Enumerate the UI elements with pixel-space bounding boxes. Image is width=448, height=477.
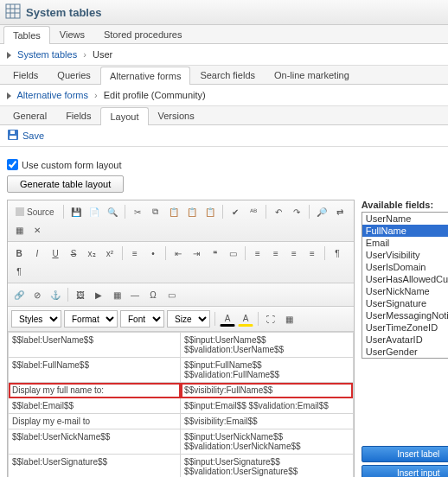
tab-tables[interactable]: Tables (3, 26, 50, 44)
paste-icon[interactable]: 📋 (166, 204, 182, 219)
superscript-icon[interactable]: x² (102, 245, 118, 261)
tab-general[interactable]: General (3, 106, 56, 124)
table-row[interactable]: $$label:Email$$$$input:Email$$ $$validat… (9, 398, 354, 414)
available-field-item[interactable]: UserHasAllowedCultures (362, 273, 448, 285)
tab-layout[interactable]: Layout (100, 107, 148, 125)
strike-icon[interactable]: S (66, 245, 81, 261)
save-button[interactable]: Save (22, 130, 44, 141)
textcolor-icon[interactable]: A (220, 311, 235, 327)
tab-views[interactable]: Views (50, 25, 94, 43)
paste-text-icon[interactable]: 📋 (184, 204, 200, 219)
available-field-item[interactable]: UserIsDomain (362, 261, 448, 273)
save-icon[interactable] (7, 129, 19, 143)
use-custom-layout-checkbox[interactable] (7, 159, 18, 170)
table-cell[interactable]: $$input:UserNickName$$ $$validation:User… (181, 429, 354, 455)
tab-search-fields[interactable]: Search fields (190, 66, 265, 84)
table-cell[interactable]: $$visibility:FullName$$ (181, 383, 354, 398)
table-cell[interactable]: $$input:UserName$$ $$validation:UserName… (181, 333, 354, 358)
cut-icon[interactable]: ✂ (130, 204, 145, 219)
tab-fields[interactable]: Fields (56, 106, 100, 124)
specialchar-icon[interactable]: Ω (145, 287, 161, 302)
bold-icon[interactable]: B (11, 245, 27, 261)
table-row[interactable]: $$label:UserSignature$$$$input:UserSigna… (9, 455, 354, 478)
available-field-item[interactable]: FullName (362, 225, 448, 237)
insert-button-insert-label[interactable]: Insert label (362, 446, 448, 462)
tab-stored-procedures[interactable]: Stored procedures (94, 25, 192, 43)
tab-alternative-forms[interactable]: Alternative forms (100, 67, 191, 85)
image-icon[interactable]: 🖼 (73, 287, 88, 302)
table-cell[interactable]: $$input:UserSignature$$ $$validation:Use… (181, 455, 354, 478)
italic-icon[interactable]: I (29, 245, 45, 261)
size-select[interactable]: Size (167, 310, 210, 328)
preview-icon[interactable]: 🔍 (105, 204, 120, 219)
undo-icon[interactable]: ↶ (271, 204, 286, 219)
table-cell[interactable]: $$label:UserName$$ (9, 333, 181, 358)
indent-icon[interactable]: ⇥ (189, 245, 204, 261)
hr-icon[interactable]: — (127, 287, 143, 302)
available-field-item[interactable]: UserVisibility (362, 249, 448, 261)
bidi-rtl-icon[interactable]: ¶ (11, 264, 27, 279)
numlist-icon[interactable]: ≡ (127, 245, 143, 261)
available-field-item[interactable]: UserName (362, 213, 448, 225)
removeformat-icon[interactable]: ✕ (29, 222, 45, 238)
format-select[interactable]: Format (64, 310, 118, 328)
styles-select[interactable]: Styles (11, 310, 61, 328)
link-icon[interactable]: 🔗 (11, 287, 27, 302)
save-icon[interactable]: 💾 (68, 204, 84, 219)
table-cell[interactable]: $$label:FullName$$ (9, 358, 181, 383)
table-cell[interactable]: $$visibility:Email$$ (181, 414, 354, 429)
page-icon[interactable]: 📄 (86, 204, 102, 219)
table-cell[interactable]: Display my e-mail to (9, 414, 181, 429)
table-row[interactable]: $$label:FullName$$$$input:FullName$$ $$v… (9, 358, 354, 383)
table-cell[interactable]: $$label:UserNickName$$ (9, 429, 181, 455)
table-row[interactable]: $$label:UserName$$$$input:UserName$$ $$v… (9, 333, 354, 358)
blockquote-icon[interactable]: ❝ (207, 245, 222, 261)
table-cell[interactable]: $$input:FullName$$ $$validation:FullName… (181, 358, 354, 383)
table-cell[interactable]: $$label:UserSignature$$ (9, 455, 181, 478)
table-cell[interactable]: $$label:Email$$ (9, 398, 181, 414)
available-field-item[interactable]: UserAvatarID (362, 334, 448, 346)
available-fields-list[interactable]: UserNameFullNameEmailUserVisibilityUserI… (362, 212, 448, 359)
find-icon[interactable]: 🔎 (314, 204, 330, 219)
outdent-icon[interactable]: ⇤ (170, 245, 186, 261)
table-row[interactable]: Display my e-mail to$$visibility:Email$$ (9, 414, 354, 429)
tab-versions[interactable]: Versions (149, 106, 204, 124)
table-row[interactable]: $$label:UserNickName$$$$input:UserNickNa… (9, 429, 354, 455)
spellcheck-icon[interactable]: ✔ (227, 204, 243, 219)
available-field-item[interactable]: Email (362, 237, 448, 249)
copy-icon[interactable]: ⧉ (148, 204, 163, 219)
generate-layout-button[interactable]: Generate table layout (7, 175, 124, 193)
redo-icon[interactable]: ↷ (289, 204, 304, 219)
bgcolor-icon[interactable]: A (238, 311, 253, 327)
table-cell[interactable]: Display my full name to: (9, 383, 181, 398)
tab-on-line-marketing[interactable]: On-line marketing (265, 66, 359, 84)
media-icon[interactable]: ▶ (91, 287, 106, 302)
insert-button-insert-input[interactable]: Insert input (362, 465, 448, 477)
available-field-item[interactable]: UserNickName (362, 285, 448, 297)
unlink-icon[interactable]: ⊘ (29, 287, 45, 302)
showblocks-icon[interactable]: ▦ (281, 311, 297, 327)
iframe-icon[interactable]: ▭ (163, 287, 179, 302)
available-field-item[interactable]: UserDateOfBirth (362, 358, 448, 359)
bulletlist-icon[interactable]: • (145, 245, 161, 261)
breadcrumb-link[interactable]: Alternative forms (16, 90, 88, 100)
breadcrumb-link[interactable]: System tables (17, 49, 77, 60)
div-icon[interactable]: ▭ (225, 245, 240, 261)
paste-word-icon[interactable]: 📋 (202, 204, 218, 219)
tab-fields[interactable]: Fields (3, 66, 48, 84)
bidi-ltr-icon[interactable]: ¶ (330, 245, 345, 261)
table-icon[interactable]: ▦ (109, 287, 125, 302)
anchor-icon[interactable]: ⚓ (48, 287, 63, 302)
available-field-item[interactable]: UserSignature (362, 297, 448, 309)
subscript-icon[interactable]: x₂ (84, 245, 99, 261)
tab-queries[interactable]: Queries (48, 66, 100, 84)
alignright-icon[interactable]: ≡ (286, 245, 302, 261)
maximize-icon[interactable]: ⛶ (263, 311, 278, 327)
spellcheck-as-type-icon[interactable]: ᴬᴮ (246, 204, 261, 219)
table-cell[interactable]: $$input:Email$$ $$validation:Email$$ (181, 398, 354, 414)
aligncenter-icon[interactable]: ≡ (268, 245, 284, 261)
available-field-item[interactable]: UserGender (362, 346, 448, 358)
available-field-item[interactable]: UserTimeZoneID (362, 321, 448, 334)
available-field-item[interactable]: UserMessagingNotificati (362, 309, 448, 321)
replace-icon[interactable]: ⇄ (332, 204, 348, 219)
